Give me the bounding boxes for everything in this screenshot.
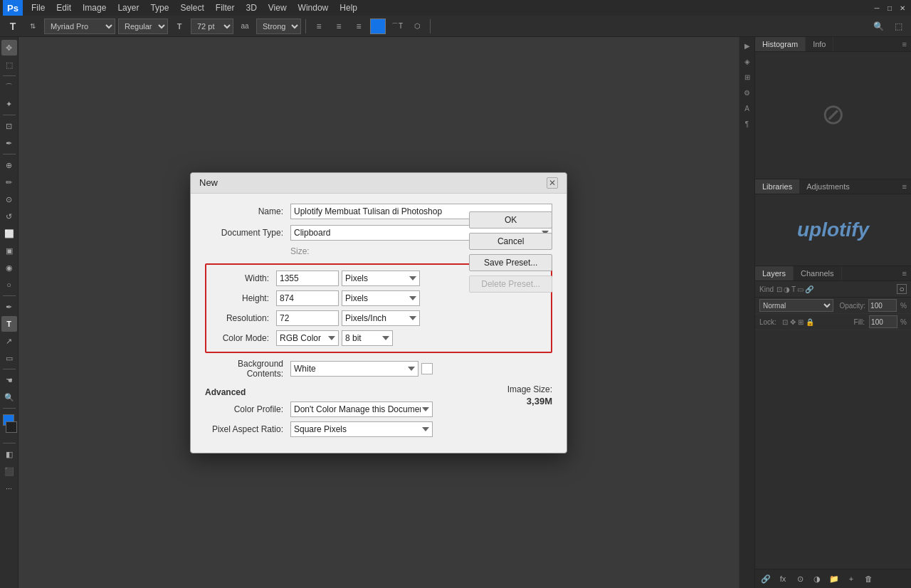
quick-mask-tool[interactable]: ◧ xyxy=(1,446,17,462)
panel-icon-1[interactable]: ◈ xyxy=(740,54,754,68)
ok-button[interactable]: OK xyxy=(469,211,552,229)
fill-input[interactable] xyxy=(869,315,897,328)
blend-mode-select[interactable]: Normal xyxy=(759,299,833,312)
background-color[interactable] xyxy=(6,421,17,433)
panel-icon-3[interactable]: ⚙ xyxy=(740,85,754,100)
filter-adjustment-icon[interactable]: ◑ xyxy=(784,285,790,293)
font-style-select[interactable]: Regular xyxy=(118,19,168,34)
shape-tool[interactable]: ▭ xyxy=(1,350,17,366)
text-orient-icon[interactable]: ⇅ xyxy=(24,18,41,35)
menu-file[interactable]: File xyxy=(26,0,51,16)
color-mode-select[interactable]: RGB Color xyxy=(276,330,339,346)
more-tools[interactable]: ··· xyxy=(1,481,17,496)
dodge-tool[interactable]: ○ xyxy=(1,277,17,293)
search-icon[interactable]: 🔍 xyxy=(870,18,887,35)
menu-layer[interactable]: Layer xyxy=(112,0,144,16)
resolution-unit-select[interactable]: Pixels/Inch xyxy=(342,310,420,326)
zoom-tool[interactable]: 🔍 xyxy=(1,389,17,405)
font-family-select[interactable]: Myriad Pro xyxy=(44,19,115,34)
layer-effects-button[interactable]: fx xyxy=(776,572,789,585)
anti-alias-icon[interactable]: aa xyxy=(236,18,253,35)
brush-tool[interactable]: ✏ xyxy=(1,174,17,190)
layers-options-icon[interactable]: ≡ xyxy=(898,266,911,280)
lasso-tool[interactable]: ⌒ xyxy=(1,79,17,95)
save-preset-button[interactable]: Save Preset... xyxy=(469,254,552,271)
close-button[interactable]: ✕ xyxy=(897,2,908,14)
warp-text-icon[interactable]: ⌒T xyxy=(389,18,406,35)
delete-preset-button[interactable]: Delete Preset... xyxy=(469,275,552,293)
panel-icon-4[interactable]: A xyxy=(740,101,754,115)
text-tool-icon[interactable]: T xyxy=(4,18,21,35)
selection-tool[interactable]: ⬚ xyxy=(1,57,17,73)
adjustment-layer-button[interactable]: ◑ xyxy=(811,572,823,585)
height-unit-select[interactable]: Pixels xyxy=(342,290,420,306)
menu-filter[interactable]: Filter xyxy=(210,0,241,16)
menu-select[interactable]: Select xyxy=(174,0,209,16)
dialog-close-button[interactable]: ✕ xyxy=(547,177,558,189)
bg-contents-select[interactable]: White xyxy=(290,361,418,377)
eraser-tool[interactable]: ⬜ xyxy=(1,226,17,241)
tab-adjustments[interactable]: Adjustments xyxy=(799,179,857,194)
menu-edit[interactable]: Edit xyxy=(51,0,77,16)
histogram-options-icon[interactable]: ≡ xyxy=(898,37,911,51)
blur-tool[interactable]: ◉ xyxy=(1,260,17,275)
height-input[interactable] xyxy=(276,290,339,306)
new-layer-button[interactable]: + xyxy=(845,572,858,585)
character-panel-icon[interactable]: ⬡ xyxy=(409,18,426,35)
opacity-input[interactable] xyxy=(868,299,897,312)
tab-channels[interactable]: Channels xyxy=(794,266,841,280)
maximize-button[interactable]: □ xyxy=(884,2,895,14)
tab-histogram[interactable]: Histogram xyxy=(755,37,806,51)
bg-color-swatch[interactable] xyxy=(421,363,433,374)
filter-type-icon[interactable]: T xyxy=(791,285,796,293)
delete-layer-button[interactable]: 🗑 xyxy=(862,572,875,585)
text-tool[interactable]: T xyxy=(1,316,17,332)
screen-mode-tool[interactable]: ⬛ xyxy=(1,463,17,479)
filter-shape-icon[interactable]: ▭ xyxy=(797,285,804,293)
libraries-options-icon[interactable]: ≡ xyxy=(898,179,911,194)
eyedropper-tool[interactable]: ✒ xyxy=(1,135,17,151)
anti-alias-select[interactable]: Strong xyxy=(256,19,301,34)
lock-pixels-icon[interactable]: ⊡ xyxy=(782,318,788,326)
minimize-button[interactable]: ─ xyxy=(871,2,883,14)
menu-window[interactable]: Window xyxy=(293,0,335,16)
stamp-tool[interactable]: ⊙ xyxy=(1,191,17,207)
align-center-icon[interactable]: ≡ xyxy=(330,18,347,35)
healing-tool[interactable]: ⊕ xyxy=(1,157,17,173)
text-color-box[interactable] xyxy=(370,19,386,34)
filter-pixel-icon[interactable]: ⊡ xyxy=(776,285,782,293)
lock-artboard-icon[interactable]: ⊞ xyxy=(798,318,804,326)
filter-smart-icon[interactable]: 🔗 xyxy=(805,285,813,293)
workspace-icon[interactable]: ⬚ xyxy=(890,18,907,35)
magic-wand-tool[interactable]: ✦ xyxy=(1,96,17,112)
cancel-button[interactable]: Cancel xyxy=(469,233,552,250)
crop-tool[interactable]: ⊡ xyxy=(1,118,17,134)
move-tool[interactable]: ✥ xyxy=(1,40,17,56)
panel-icon-5[interactable]: ¶ xyxy=(740,117,754,131)
layer-mask-button[interactable]: ⊙ xyxy=(794,572,806,585)
width-input[interactable] xyxy=(276,271,339,286)
pixel-aspect-select[interactable]: Square Pixels xyxy=(290,421,433,437)
path-select-tool[interactable]: ↗ xyxy=(1,333,17,349)
pen-tool[interactable]: ✒ xyxy=(1,299,17,315)
panel-expand-icon[interactable]: ▶ xyxy=(740,38,754,53)
align-left-icon[interactable]: ≡ xyxy=(310,18,327,35)
tab-layers[interactable]: Layers xyxy=(755,266,794,280)
tab-libraries[interactable]: Libraries xyxy=(755,179,799,194)
width-unit-select[interactable]: Pixels xyxy=(342,271,420,286)
panel-icon-2[interactable]: ⊞ xyxy=(740,70,754,84)
color-depth-select[interactable]: 8 bit xyxy=(342,330,393,346)
hand-tool[interactable]: ☚ xyxy=(1,372,17,388)
menu-3d[interactable]: 3D xyxy=(240,0,262,16)
align-right-icon[interactable]: ≡ xyxy=(350,18,367,35)
menu-type[interactable]: Type xyxy=(144,0,174,16)
menu-help[interactable]: Help xyxy=(334,0,363,16)
menu-image[interactable]: Image xyxy=(77,0,112,16)
font-size-select[interactable]: 72 pt xyxy=(191,19,233,34)
lock-position-icon[interactable]: ✥ xyxy=(790,318,796,326)
layer-group-button[interactable]: 📁 xyxy=(828,572,841,585)
menu-view[interactable]: View xyxy=(263,0,293,16)
lock-all-icon[interactable]: 🔒 xyxy=(806,318,814,326)
tab-info[interactable]: Info xyxy=(806,37,833,51)
filter-toggle[interactable]: ○ xyxy=(897,284,907,294)
